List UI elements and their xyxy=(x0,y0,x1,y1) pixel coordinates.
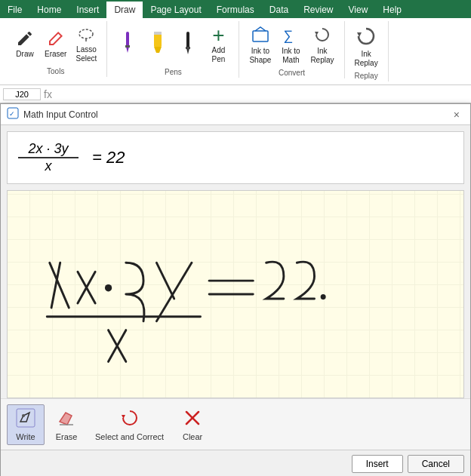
lasso-icon xyxy=(77,25,95,45)
eraser-label: Eraser xyxy=(45,50,66,59)
formula-input[interactable] xyxy=(55,88,468,100)
tab-data[interactable]: Data xyxy=(262,2,296,18)
svg-text:∑: ∑ xyxy=(283,28,293,43)
replay-label: Ink Replay xyxy=(355,50,378,68)
ribbon-group-replay: Ink Replay Replay xyxy=(345,21,389,81)
svg-point-17 xyxy=(105,284,112,292)
svg-point-23 xyxy=(22,414,25,417)
handwriting-canvas[interactable] xyxy=(7,190,464,398)
select-correct-button[interactable]: Select and Correct xyxy=(88,404,171,445)
clear-icon xyxy=(183,408,202,431)
svg-marker-25 xyxy=(122,415,125,419)
add-pen-label: Add Pen xyxy=(212,46,226,64)
ribbon-group-tools: Draw Eraser Lasso Select Tools xyxy=(5,21,107,77)
lasso-button[interactable]: Lasso Select xyxy=(72,23,100,66)
svg-marker-9 xyxy=(186,48,189,54)
pen1-icon xyxy=(120,32,135,58)
pen2-icon xyxy=(150,32,165,58)
cell-ref-input[interactable] xyxy=(3,88,41,100)
ribbon-group-convert: Ink to Shape ∑ Ink to Math Ink Replay Co… xyxy=(239,21,344,78)
add-pen-button[interactable]: + Add Pen xyxy=(204,23,232,66)
svg-rect-7 xyxy=(154,32,162,35)
math-fraction: 2x · 3y x xyxy=(18,141,78,174)
svg-marker-3 xyxy=(126,47,129,53)
svg-rect-4 xyxy=(125,45,130,48)
select-correct-icon xyxy=(120,408,140,431)
svg-rect-5 xyxy=(154,33,162,47)
tab-file[interactable]: File xyxy=(0,2,29,18)
math-input-dialog: ✓ Math Input Control × 2x · 3y x = 22 xyxy=(0,103,471,476)
ink-math-icon: ∑ xyxy=(281,25,300,47)
pens-group-items: + Add Pen xyxy=(113,23,232,66)
erase-label: Erase xyxy=(56,432,78,441)
pen3-button[interactable] xyxy=(174,29,202,60)
ribbon-group-pens: + Add Pen Pens xyxy=(107,21,239,78)
replay-group-items: Ink Replay xyxy=(351,23,382,70)
draw-button[interactable]: Draw xyxy=(11,27,39,61)
math-formula: 2x · 3y x = 22 xyxy=(18,141,125,174)
pen2-button[interactable] xyxy=(143,29,172,60)
tab-view[interactable]: View xyxy=(341,2,376,18)
draw-icon xyxy=(16,29,34,50)
tab-formulas[interactable]: Formulas xyxy=(209,2,262,18)
lasso-label: Lasso Select xyxy=(76,45,97,63)
ribbon-content: Draw Eraser Lasso Select Tools xyxy=(0,18,471,85)
svg-marker-6 xyxy=(154,47,162,53)
ink-to-math-button[interactable]: ∑ Ink to Math xyxy=(276,23,305,67)
pens-group-label: Pens xyxy=(165,68,182,76)
replay-icon xyxy=(355,25,377,50)
add-pen-icon: + xyxy=(212,25,224,46)
tab-insert[interactable]: Insert xyxy=(69,2,106,18)
eraser-button[interactable]: Eraser xyxy=(41,27,70,61)
write-tool-button[interactable]: Write xyxy=(7,404,45,445)
ribbon-tab-bar: File Home Insert Draw Page Layout Formul… xyxy=(0,0,471,18)
main-area: A 1 Genre 2 Classics 3 Mystery 4 Romance… xyxy=(0,103,471,476)
ink-shape-label: Ink to Shape xyxy=(249,47,271,65)
svg-rect-2 xyxy=(126,32,129,47)
pen3-icon xyxy=(180,32,195,58)
svg-rect-11 xyxy=(253,31,268,41)
insert-button[interactable]: Insert xyxy=(352,455,403,473)
svg-marker-13 xyxy=(315,32,319,35)
ink-shape-icon xyxy=(251,25,270,47)
pen1-button[interactable] xyxy=(113,29,142,60)
formula-bar: fx xyxy=(0,85,471,103)
handwriting-svg xyxy=(8,191,463,398)
tools-group-items: Draw Eraser Lasso Select xyxy=(11,23,100,66)
replay-button[interactable]: Ink Replay xyxy=(351,23,382,70)
math-denominator: x xyxy=(42,158,55,174)
tab-draw[interactable]: Draw xyxy=(106,2,143,18)
dialog-toolbar: Write Erase xyxy=(1,398,470,450)
formula-separator: fx xyxy=(44,88,52,100)
clear-label: Clear xyxy=(183,432,202,441)
erase-tool-button[interactable]: Erase xyxy=(48,404,85,445)
math-equals: = 22 xyxy=(92,148,125,167)
ink-to-shape-button[interactable]: Ink to Shape xyxy=(245,23,275,67)
tools-group-label: Tools xyxy=(47,67,64,75)
draw-label: Draw xyxy=(16,50,33,59)
ink-replay-convert-button[interactable]: Ink Replay xyxy=(306,23,337,67)
dialog-footer: Insert Cancel xyxy=(1,450,470,476)
replay-group-label: Replay xyxy=(355,72,378,80)
math-numerator: 2x · 3y xyxy=(25,141,71,157)
clear-tool-button[interactable]: Clear xyxy=(174,404,211,445)
tab-page-layout[interactable]: Page Layout xyxy=(143,2,208,18)
cancel-button[interactable]: Cancel xyxy=(408,455,464,473)
svg-point-0 xyxy=(79,29,93,38)
tab-home[interactable]: Home xyxy=(29,2,69,18)
ink-math-label: Ink to Math xyxy=(282,47,300,65)
erase-icon xyxy=(57,408,76,431)
dialog-icon: ✓ xyxy=(7,107,19,121)
dialog-title: Math Input Control xyxy=(23,109,445,120)
ink-replay-convert-icon xyxy=(312,25,332,47)
convert-group-items: Ink to Shape ∑ Ink to Math Ink Replay xyxy=(245,23,337,67)
svg-rect-10 xyxy=(186,47,190,49)
convert-group-label: Convert xyxy=(279,69,305,77)
ribbon: File Home Insert Draw Page Layout Formul… xyxy=(0,0,471,85)
svg-point-20 xyxy=(321,294,326,299)
svg-rect-8 xyxy=(186,32,189,48)
tab-review[interactable]: Review xyxy=(296,2,340,18)
write-label: Write xyxy=(16,432,35,441)
dialog-close-button[interactable]: × xyxy=(449,106,464,123)
tab-help[interactable]: Help xyxy=(375,2,409,18)
